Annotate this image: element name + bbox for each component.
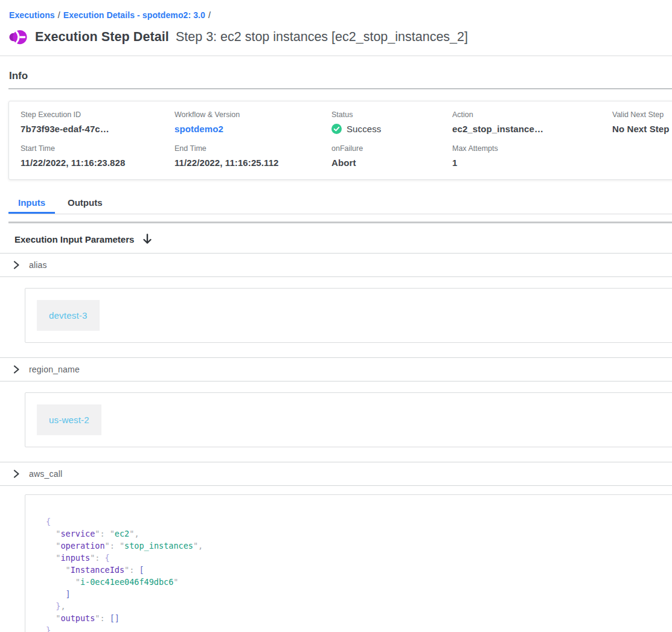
field-end-time: End Time 11/22/2022, 11:16:25.112 [174, 144, 331, 168]
header-divider [0, 56, 672, 56]
section-row-alias[interactable]: alias [0, 254, 672, 276]
alias-chip: devtest-3 [37, 300, 100, 331]
tab-bar: Inputs Outputs [8, 193, 672, 214]
field-workflow-version: Workflow & Version spotdemo2 [174, 110, 331, 134]
field-value: 1 [452, 158, 612, 168]
breadcrumb-link-executions[interactable]: Executions [9, 10, 55, 20]
field-value: 11/22/2022, 11:16:25.112 [174, 158, 331, 168]
chevron-right-icon [12, 261, 21, 269]
field-label: onFailure [331, 144, 452, 153]
breadcrumb: Executions/Execution Details - spotdemo2… [0, 0, 672, 20]
divider [0, 381, 672, 381]
region-name-value-box: us-west-2 [25, 392, 672, 447]
field-label: Step Execution ID [21, 110, 174, 119]
section-label-alias: alias [29, 260, 47, 270]
page-subtitle: Step 3: ec2 stop instances [ec2_stop_ins… [176, 30, 468, 45]
section-row-aws-call[interactable]: aws_call [0, 462, 672, 485]
info-heading: Info [9, 70, 672, 82]
field-value: 11/22/2022, 11:16:23.828 [21, 158, 174, 168]
json-code: { "service": "ec2", "operation": "stop_i… [46, 515, 661, 632]
chevron-right-icon [12, 365, 21, 374]
alias-value-box: devtest-3 [25, 288, 672, 343]
breadcrumb-separator: / [205, 10, 214, 20]
field-label: Valid Next Step [612, 110, 672, 119]
success-check-icon [331, 124, 342, 134]
divider [0, 276, 672, 277]
info-card: Step Execution ID 7b73f93e-edaf-47c… Wor… [8, 101, 672, 180]
field-start-time: Start Time 11/22/2022, 11:16:23.828 [21, 144, 174, 168]
field-value: ec2_stop_instance… [452, 124, 612, 134]
divider [0, 485, 672, 486]
workflow-link[interactable]: spotdemo2 [174, 124, 331, 134]
field-label: End Time [174, 144, 331, 153]
field-label: Max Attempts [452, 144, 612, 153]
field-value: Abort [331, 158, 452, 168]
fylamynt-logo-icon [8, 28, 27, 46]
chevron-right-icon [12, 470, 21, 478]
field-value: 7b73f93e-edaf-47c… [21, 124, 174, 134]
breadcrumb-separator: / [55, 10, 63, 20]
field-onfailure: onFailure Abort [331, 144, 452, 168]
field-max-attempts: Max Attempts 1 [452, 144, 612, 168]
arrow-down-icon[interactable] [142, 234, 152, 244]
breadcrumb-link-execution-details[interactable]: Execution Details - spotdemo2: 3.0 [63, 10, 205, 20]
tab-inputs[interactable]: Inputs [8, 193, 55, 214]
params-title: Execution Input Parameters [14, 234, 134, 244]
field-label: Start Time [21, 144, 174, 153]
region-name-chip: us-west-2 [37, 404, 101, 435]
tabs-section-divider [8, 222, 672, 223]
field-label: Action [452, 110, 612, 119]
status-text: Success [347, 124, 381, 134]
field-status: Status Success [331, 110, 452, 134]
field-label: Workflow & Version [174, 110, 331, 119]
tab-outputs[interactable]: Outputs [58, 193, 112, 214]
field-step-execution-id: Step Execution ID 7b73f93e-edaf-47c… [21, 110, 174, 134]
section-label-aws-call: aws_call [29, 469, 62, 479]
field-action: Action ec2_stop_instance… [452, 110, 612, 134]
info-divider [8, 88, 672, 89]
field-label: Status [331, 110, 452, 119]
section-label-region-name: region_name [29, 365, 80, 374]
params-header: Execution Input Parameters [14, 234, 672, 244]
field-valid-next-step: Valid Next Step No Next Step [612, 110, 672, 134]
page-title: Execution Step Detail [35, 30, 169, 45]
page-header: Execution Step Detail Step 3: ec2 stop i… [8, 28, 672, 46]
aws-call-value-box: { "service": "ec2", "operation": "stop_i… [25, 494, 672, 632]
section-row-region-name[interactable]: region_name [0, 358, 672, 381]
field-value: No Next Step [612, 124, 672, 134]
